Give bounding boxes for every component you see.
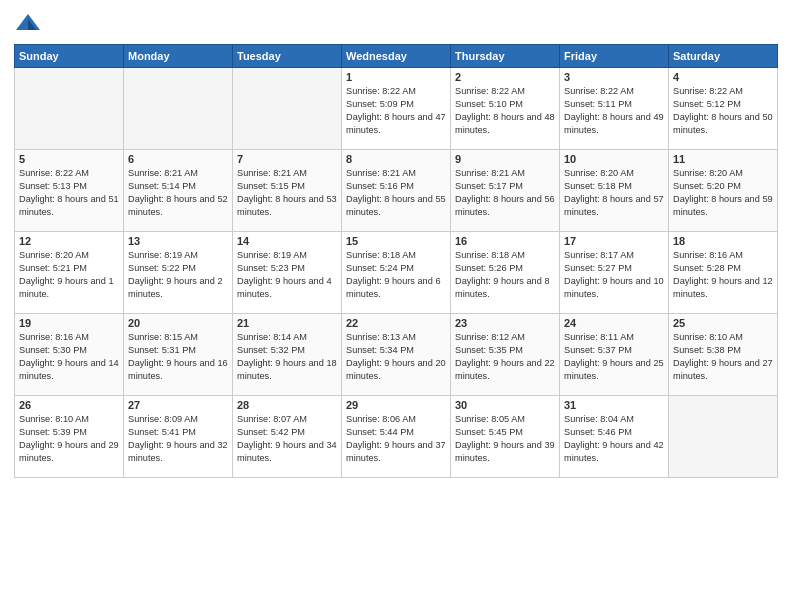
day-cell: 14Sunrise: 8:19 AMSunset: 5:23 PMDayligh… bbox=[233, 232, 342, 314]
day-info: Sunrise: 8:17 AMSunset: 5:27 PMDaylight:… bbox=[564, 249, 664, 301]
day-cell: 28Sunrise: 8:07 AMSunset: 5:42 PMDayligh… bbox=[233, 396, 342, 478]
day-number: 27 bbox=[128, 399, 228, 411]
calendar-table: SundayMondayTuesdayWednesdayThursdayFrid… bbox=[14, 44, 778, 478]
day-number: 13 bbox=[128, 235, 228, 247]
day-cell: 26Sunrise: 8:10 AMSunset: 5:39 PMDayligh… bbox=[15, 396, 124, 478]
page: SundayMondayTuesdayWednesdayThursdayFrid… bbox=[0, 0, 792, 612]
weekday-header-wednesday: Wednesday bbox=[342, 45, 451, 68]
day-cell: 3Sunrise: 8:22 AMSunset: 5:11 PMDaylight… bbox=[560, 68, 669, 150]
day-cell: 9Sunrise: 8:21 AMSunset: 5:17 PMDaylight… bbox=[451, 150, 560, 232]
day-cell: 18Sunrise: 8:16 AMSunset: 5:28 PMDayligh… bbox=[669, 232, 778, 314]
day-info: Sunrise: 8:18 AMSunset: 5:24 PMDaylight:… bbox=[346, 249, 446, 301]
day-cell bbox=[233, 68, 342, 150]
day-info: Sunrise: 8:10 AMSunset: 5:38 PMDaylight:… bbox=[673, 331, 773, 383]
day-info: Sunrise: 8:21 AMSunset: 5:15 PMDaylight:… bbox=[237, 167, 337, 219]
day-cell: 8Sunrise: 8:21 AMSunset: 5:16 PMDaylight… bbox=[342, 150, 451, 232]
day-number: 21 bbox=[237, 317, 337, 329]
day-number: 19 bbox=[19, 317, 119, 329]
week-row-3: 12Sunrise: 8:20 AMSunset: 5:21 PMDayligh… bbox=[15, 232, 778, 314]
day-cell: 20Sunrise: 8:15 AMSunset: 5:31 PMDayligh… bbox=[124, 314, 233, 396]
day-cell: 6Sunrise: 8:21 AMSunset: 5:14 PMDaylight… bbox=[124, 150, 233, 232]
day-number: 20 bbox=[128, 317, 228, 329]
weekday-header-saturday: Saturday bbox=[669, 45, 778, 68]
day-number: 23 bbox=[455, 317, 555, 329]
day-cell: 11Sunrise: 8:20 AMSunset: 5:20 PMDayligh… bbox=[669, 150, 778, 232]
day-number: 14 bbox=[237, 235, 337, 247]
week-row-5: 26Sunrise: 8:10 AMSunset: 5:39 PMDayligh… bbox=[15, 396, 778, 478]
day-number: 26 bbox=[19, 399, 119, 411]
day-info: Sunrise: 8:21 AMSunset: 5:14 PMDaylight:… bbox=[128, 167, 228, 219]
day-info: Sunrise: 8:19 AMSunset: 5:23 PMDaylight:… bbox=[237, 249, 337, 301]
day-info: Sunrise: 8:15 AMSunset: 5:31 PMDaylight:… bbox=[128, 331, 228, 383]
day-number: 8 bbox=[346, 153, 446, 165]
day-cell: 23Sunrise: 8:12 AMSunset: 5:35 PMDayligh… bbox=[451, 314, 560, 396]
day-info: Sunrise: 8:13 AMSunset: 5:34 PMDaylight:… bbox=[346, 331, 446, 383]
day-cell bbox=[15, 68, 124, 150]
day-info: Sunrise: 8:19 AMSunset: 5:22 PMDaylight:… bbox=[128, 249, 228, 301]
week-row-2: 5Sunrise: 8:22 AMSunset: 5:13 PMDaylight… bbox=[15, 150, 778, 232]
day-info: Sunrise: 8:20 AMSunset: 5:18 PMDaylight:… bbox=[564, 167, 664, 219]
day-info: Sunrise: 8:22 AMSunset: 5:11 PMDaylight:… bbox=[564, 85, 664, 137]
day-info: Sunrise: 8:11 AMSunset: 5:37 PMDaylight:… bbox=[564, 331, 664, 383]
day-info: Sunrise: 8:16 AMSunset: 5:30 PMDaylight:… bbox=[19, 331, 119, 383]
day-cell: 2Sunrise: 8:22 AMSunset: 5:10 PMDaylight… bbox=[451, 68, 560, 150]
day-number: 16 bbox=[455, 235, 555, 247]
day-info: Sunrise: 8:22 AMSunset: 5:12 PMDaylight:… bbox=[673, 85, 773, 137]
logo bbox=[14, 10, 46, 38]
day-cell: 12Sunrise: 8:20 AMSunset: 5:21 PMDayligh… bbox=[15, 232, 124, 314]
day-cell: 31Sunrise: 8:04 AMSunset: 5:46 PMDayligh… bbox=[560, 396, 669, 478]
day-cell: 24Sunrise: 8:11 AMSunset: 5:37 PMDayligh… bbox=[560, 314, 669, 396]
day-number: 11 bbox=[673, 153, 773, 165]
day-info: Sunrise: 8:12 AMSunset: 5:35 PMDaylight:… bbox=[455, 331, 555, 383]
day-info: Sunrise: 8:20 AMSunset: 5:21 PMDaylight:… bbox=[19, 249, 119, 301]
day-number: 12 bbox=[19, 235, 119, 247]
weekday-header-thursday: Thursday bbox=[451, 45, 560, 68]
day-cell: 21Sunrise: 8:14 AMSunset: 5:32 PMDayligh… bbox=[233, 314, 342, 396]
day-cell: 5Sunrise: 8:22 AMSunset: 5:13 PMDaylight… bbox=[15, 150, 124, 232]
day-cell: 1Sunrise: 8:22 AMSunset: 5:09 PMDaylight… bbox=[342, 68, 451, 150]
day-number: 5 bbox=[19, 153, 119, 165]
day-info: Sunrise: 8:21 AMSunset: 5:16 PMDaylight:… bbox=[346, 167, 446, 219]
week-row-4: 19Sunrise: 8:16 AMSunset: 5:30 PMDayligh… bbox=[15, 314, 778, 396]
weekday-header-friday: Friday bbox=[560, 45, 669, 68]
day-cell: 29Sunrise: 8:06 AMSunset: 5:44 PMDayligh… bbox=[342, 396, 451, 478]
day-info: Sunrise: 8:07 AMSunset: 5:42 PMDaylight:… bbox=[237, 413, 337, 465]
day-cell: 15Sunrise: 8:18 AMSunset: 5:24 PMDayligh… bbox=[342, 232, 451, 314]
day-info: Sunrise: 8:18 AMSunset: 5:26 PMDaylight:… bbox=[455, 249, 555, 301]
day-number: 6 bbox=[128, 153, 228, 165]
day-number: 22 bbox=[346, 317, 446, 329]
day-info: Sunrise: 8:09 AMSunset: 5:41 PMDaylight:… bbox=[128, 413, 228, 465]
day-number: 1 bbox=[346, 71, 446, 83]
day-cell: 17Sunrise: 8:17 AMSunset: 5:27 PMDayligh… bbox=[560, 232, 669, 314]
day-info: Sunrise: 8:16 AMSunset: 5:28 PMDaylight:… bbox=[673, 249, 773, 301]
day-info: Sunrise: 8:10 AMSunset: 5:39 PMDaylight:… bbox=[19, 413, 119, 465]
day-number: 9 bbox=[455, 153, 555, 165]
day-info: Sunrise: 8:20 AMSunset: 5:20 PMDaylight:… bbox=[673, 167, 773, 219]
day-number: 28 bbox=[237, 399, 337, 411]
day-number: 31 bbox=[564, 399, 664, 411]
day-cell: 7Sunrise: 8:21 AMSunset: 5:15 PMDaylight… bbox=[233, 150, 342, 232]
day-number: 7 bbox=[237, 153, 337, 165]
day-number: 3 bbox=[564, 71, 664, 83]
day-info: Sunrise: 8:05 AMSunset: 5:45 PMDaylight:… bbox=[455, 413, 555, 465]
header bbox=[14, 10, 778, 38]
day-info: Sunrise: 8:22 AMSunset: 5:13 PMDaylight:… bbox=[19, 167, 119, 219]
day-cell: 30Sunrise: 8:05 AMSunset: 5:45 PMDayligh… bbox=[451, 396, 560, 478]
day-info: Sunrise: 8:06 AMSunset: 5:44 PMDaylight:… bbox=[346, 413, 446, 465]
weekday-header-monday: Monday bbox=[124, 45, 233, 68]
day-info: Sunrise: 8:14 AMSunset: 5:32 PMDaylight:… bbox=[237, 331, 337, 383]
day-cell bbox=[669, 396, 778, 478]
day-cell: 27Sunrise: 8:09 AMSunset: 5:41 PMDayligh… bbox=[124, 396, 233, 478]
week-row-1: 1Sunrise: 8:22 AMSunset: 5:09 PMDaylight… bbox=[15, 68, 778, 150]
day-number: 17 bbox=[564, 235, 664, 247]
day-info: Sunrise: 8:22 AMSunset: 5:09 PMDaylight:… bbox=[346, 85, 446, 137]
day-number: 24 bbox=[564, 317, 664, 329]
day-info: Sunrise: 8:22 AMSunset: 5:10 PMDaylight:… bbox=[455, 85, 555, 137]
day-cell: 25Sunrise: 8:10 AMSunset: 5:38 PMDayligh… bbox=[669, 314, 778, 396]
day-number: 15 bbox=[346, 235, 446, 247]
day-cell: 13Sunrise: 8:19 AMSunset: 5:22 PMDayligh… bbox=[124, 232, 233, 314]
day-info: Sunrise: 8:21 AMSunset: 5:17 PMDaylight:… bbox=[455, 167, 555, 219]
day-cell: 10Sunrise: 8:20 AMSunset: 5:18 PMDayligh… bbox=[560, 150, 669, 232]
day-number: 10 bbox=[564, 153, 664, 165]
day-cell bbox=[124, 68, 233, 150]
